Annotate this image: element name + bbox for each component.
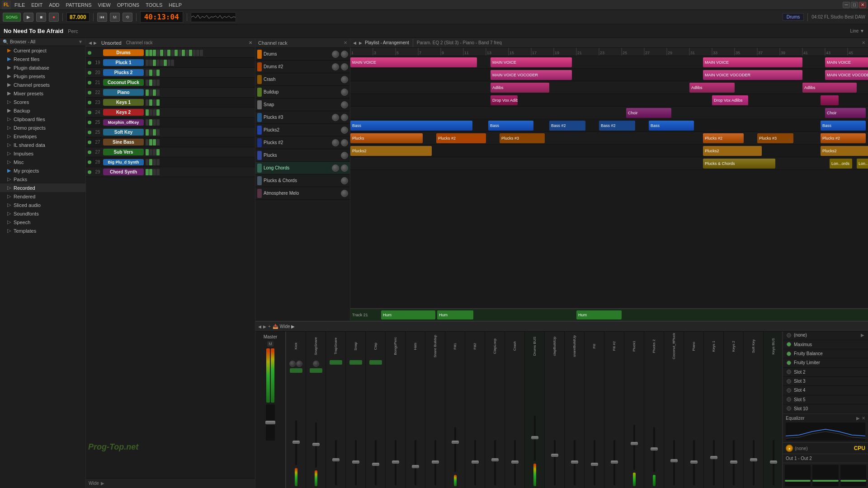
- clap-eq[interactable]: [369, 360, 382, 365]
- strip-ch-knob-snap[interactable]: [341, 101, 348, 108]
- metronome-btn[interactable]: M: [110, 13, 120, 22]
- hats-fader[interactable]: [415, 440, 416, 485]
- sidebar-item-misc[interactable]: ▷ Misc: [0, 158, 85, 166]
- strip-ch-knob-longchords2[interactable]: [341, 164, 348, 172]
- strip-channel-drums2[interactable]: Drums #2: [255, 61, 350, 73]
- channel-name-subvers[interactable]: Sub Vers: [103, 149, 144, 155]
- sidebar-item-impulses[interactable]: ▷ Impulses: [0, 149, 85, 158]
- snap-fader[interactable]: [355, 440, 357, 485]
- mixer-ch-bongoperc[interactable]: BongoPerc: [386, 332, 406, 488]
- mixer-ch-crash[interactable]: Crash: [505, 332, 525, 488]
- master-fader[interactable]: [266, 404, 275, 441]
- record-btn[interactable]: ●: [49, 13, 59, 22]
- channel-mute-2[interactable]: [88, 71, 91, 75]
- cl-fader[interactable]: [494, 440, 496, 485]
- channel-pattern-bigplu[interactable]: [146, 159, 160, 165]
- eq-close[interactable]: ✕: [862, 416, 865, 421]
- channel-name-piano[interactable]: Piano: [103, 89, 144, 96]
- menu-help[interactable]: HELP: [166, 1, 184, 9]
- strip-ch-knob-plucks3b[interactable]: [341, 114, 348, 121]
- cr-fader[interactable]: [514, 440, 516, 485]
- channel-name-keys2[interactable]: Keys 2: [103, 109, 144, 116]
- sidebar-item-recorded[interactable]: ▷ Recorded: [0, 183, 85, 192]
- sidebar-item-rendered[interactable]: ▷ Rendered: [0, 192, 85, 201]
- channel-row-subvers[interactable]: 27 Sub Vers: [86, 147, 255, 157]
- channel-row-plucks2[interactable]: 20 Plucks 2: [86, 68, 255, 78]
- channel-row-chord-synth[interactable]: 29 Chord Synth: [86, 167, 255, 177]
- sidebar-item-plugin-database[interactable]: ▶ Plugin database: [0, 63, 85, 72]
- sidebar-item-plugin-presets[interactable]: ▶ Plugin presets: [0, 72, 85, 80]
- snap-options[interactable]: Line ▼: [850, 28, 864, 33]
- channel-row-coconut[interactable]: 21 Coconut Pluck: [86, 78, 255, 88]
- window-close[interactable]: ✕: [859, 2, 866, 8]
- channel-mute-10[interactable]: [88, 150, 91, 154]
- play-btn[interactable]: ▶: [24, 13, 33, 22]
- fx-slot-5[interactable]: Slot 5: [783, 395, 868, 404]
- mixer-ch-trapsnare[interactable]: TrapSnare: [326, 332, 346, 488]
- mixer-ch-clap[interactable]: Clap: [366, 332, 386, 488]
- channel-name-drums[interactable]: Drums: [103, 49, 144, 56]
- master-m-btn[interactable]: M: [267, 341, 274, 347]
- strip-ch-knob-drums2[interactable]: [341, 51, 348, 58]
- channel-rack-prev[interactable]: ◀: [89, 41, 92, 45]
- track-row-bass[interactable]: Bass Bass Bass #2 Bass #2 Bass Bass Bass…: [350, 119, 868, 132]
- fx-slot-balance[interactable]: Fruity Balance: [783, 349, 868, 358]
- mixer-ch-coconut[interactable]: Coconut_ftPluck: [664, 332, 684, 488]
- mixer-ch-snarebuildup[interactable]: snareBuildUp: [565, 332, 585, 488]
- mixer-ch-keys1[interactable]: Keys 1: [704, 332, 724, 488]
- coconut-fader[interactable]: [673, 440, 675, 485]
- menu-file[interactable]: FILE: [12, 1, 28, 9]
- channel-pattern-subvers[interactable]: [146, 149, 160, 155]
- strip-ch-knob-crash[interactable]: [341, 76, 348, 83]
- channel-mute-btn[interactable]: [88, 51, 91, 55]
- channel-row-bigplu[interactable]: 28 Big Plu_d Synth: [86, 157, 255, 167]
- fill-fader[interactable]: [594, 440, 595, 485]
- sb-fader[interactable]: [434, 440, 436, 485]
- channel-name-pluck1[interactable]: Pluck 1: [103, 59, 144, 66]
- strip-channel-drums[interactable]: Drums: [255, 48, 350, 61]
- channel-name-keys1[interactable]: Keys 1: [103, 99, 144, 106]
- menu-tools[interactable]: TOOLS: [143, 1, 165, 9]
- sidebar-item-speech[interactable]: ▷ Speech: [0, 218, 85, 226]
- menu-add[interactable]: ADD: [46, 1, 62, 9]
- channel-row-keys1[interactable]: 23 Keys 1: [86, 98, 255, 108]
- fx-slot-limiter[interactable]: Fruity Limiter: [783, 358, 868, 367]
- sidebar-item-current-project[interactable]: ▶ Current project: [0, 46, 85, 55]
- channel-pattern-coconut[interactable]: [146, 80, 160, 86]
- fx-slot-maximus[interactable]: Maximus: [783, 340, 868, 349]
- bpm-display[interactable]: 87.000: [66, 13, 90, 22]
- k2-fader[interactable]: [733, 440, 735, 485]
- ts-eq[interactable]: [330, 360, 342, 365]
- channel-mute-8[interactable]: [88, 131, 91, 134]
- channel-name-sinebass[interactable]: Sine Bass: [103, 139, 144, 145]
- channel-pattern-keys1[interactable]: [146, 99, 160, 106]
- loop-btn[interactable]: ⟲: [123, 13, 132, 22]
- wide-dropdown[interactable]: ▶: [101, 481, 104, 486]
- fx-slot-none[interactable]: (none) ▶: [783, 331, 868, 340]
- mixer-ch-fill2[interactable]: Fill2: [465, 332, 485, 488]
- strip-ch-knob-plucks2c[interactable]: [341, 139, 348, 146]
- mixer-ch-clapbuildup[interactable]: clapBuildUp: [545, 332, 565, 488]
- channel-mute-3[interactable]: [88, 81, 91, 84]
- channel-row-piano[interactable]: 22 Piano: [86, 88, 255, 98]
- kick-eq[interactable]: [290, 368, 302, 373]
- channel-pattern-piano[interactable]: [146, 89, 160, 96]
- browser-dropdown-icon[interactable]: ▼: [78, 39, 83, 44]
- strip-ch-knob-plucks2b[interactable]: [332, 139, 339, 146]
- sidebar-item-sliced-audio[interactable]: ▷ Sliced audio: [0, 201, 85, 209]
- snap-eq[interactable]: [349, 360, 362, 365]
- mixer-ch-hats[interactable]: Hats: [406, 332, 425, 488]
- k1-fader[interactable]: [713, 440, 715, 485]
- channel-name-bigplu[interactable]: Big Plu_d Synth: [103, 159, 144, 165]
- channel-mute-5[interactable]: [88, 101, 91, 104]
- mixer-ch-keys-bus[interactable]: Keys BUS: [764, 332, 782, 488]
- add-channel-btn[interactable]: +: [268, 324, 271, 329]
- track-row-plucks-chords[interactable]: Plucks & Chords Lon...ords Lon...ords Pl…: [350, 157, 868, 170]
- p2-fader[interactable]: [653, 427, 655, 472]
- menu-edit[interactable]: EDIT: [28, 1, 45, 9]
- sidebar-item-channel-presets[interactable]: ▶ Channel presets: [0, 80, 85, 89]
- mixer-ch-keys2[interactable]: Keys 2: [724, 332, 744, 488]
- strip-channel-crash[interactable]: Crash: [255, 73, 350, 86]
- strip-ch-knob-drums2b[interactable]: [341, 63, 348, 70]
- mixer-ch-snapsnare[interactable]: SnapSnare: [306, 332, 326, 488]
